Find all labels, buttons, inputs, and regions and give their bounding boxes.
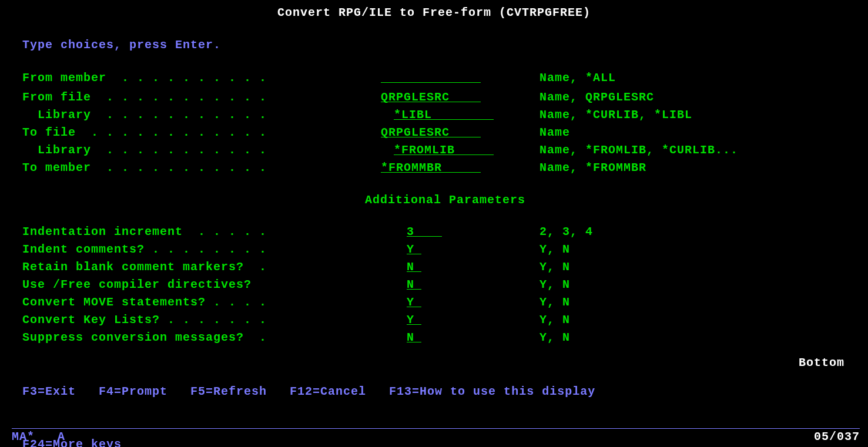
convert-move-label: Convert MOVE statements? . . . . <box>22 294 381 311</box>
indent-incr-label: Indentation increment . . . . . <box>22 223 381 241</box>
cursor-position: 05/037 <box>814 430 860 443</box>
convert-move-input[interactable]: Y <box>407 294 421 307</box>
convert-klist-label: Convert Key Lists? . . . . . . . <box>22 311 381 329</box>
use-free-label: Use /Free compiler directives? <box>22 276 381 294</box>
from-file-input[interactable]: QRPGLESRC <box>381 89 481 102</box>
to-member-input[interactable]: *FROMMBR <box>381 159 481 173</box>
indent-cmt-label: Indent comments? . . . . . . . . <box>22 241 381 258</box>
from-member-choices: Name, *ALL <box>539 69 868 89</box>
from-lib-choices: Name, *CURLIB, *LIBL <box>539 106 868 124</box>
status-indicator: MA* A <box>12 430 65 443</box>
from-lib-input[interactable]: *LIBL <box>394 106 494 120</box>
from-member-label: From member . . . . . . . . . . <box>22 69 381 89</box>
use-free-choices: Y, N <box>539 276 868 294</box>
from-file-choices: Name, QRPGLESRC <box>539 89 868 106</box>
indent-incr-choices: 2, 3, 4 <box>539 223 868 241</box>
retain-blank-label: Retain blank comment markers? . <box>22 258 381 276</box>
indent-cmt-choices: Y, N <box>539 241 868 258</box>
to-file-choices: Name <box>539 124 868 142</box>
convert-move-choices: Y, N <box>539 294 868 311</box>
function-keys-line1: F3=Exit F4=Prompt F5=Refresh F12=Cancel … <box>22 383 868 401</box>
from-member-input[interactable] <box>381 69 481 83</box>
suppress-msg-label: Suppress conversion messages? . <box>22 329 381 347</box>
use-free-input[interactable]: N <box>407 276 421 290</box>
indent-incr-input[interactable]: 3 <box>407 223 442 237</box>
suppress-msg-choices: Y, N <box>539 329 868 347</box>
suppress-msg-input[interactable]: N <box>407 329 421 342</box>
indent-cmt-input[interactable]: Y <box>407 241 421 254</box>
to-file-input[interactable]: QRPGLESRC <box>381 124 481 137</box>
to-member-choices: Name, *FROMMBR <box>539 159 868 177</box>
to-member-label: To member . . . . . . . . . . . <box>22 159 381 177</box>
convert-klist-input[interactable]: Y <box>407 311 421 325</box>
to-lib-label: Library . . . . . . . . . . . <box>22 142 381 159</box>
to-lib-choices: Name, *FROMLIB, *CURLIB... <box>539 142 868 159</box>
page-title: Convert RPG/ILE to Free-form (CVTRPGFREE… <box>0 0 868 19</box>
scroll-position-indicator: Bottom <box>799 356 844 369</box>
from-file-label: From file . . . . . . . . . . . <box>22 89 381 106</box>
to-lib-input[interactable]: *FROMLIB <box>394 142 494 155</box>
to-file-label: To file . . . . . . . . . . . . <box>22 124 381 142</box>
additional-params-header: Additional Parameters <box>22 193 868 207</box>
retain-blank-input[interactable]: N <box>407 258 421 272</box>
instruction-text: Type choices, press Enter. <box>22 38 868 52</box>
from-lib-label: Library . . . . . . . . . . . <box>22 106 381 124</box>
retain-blank-choices: Y, N <box>539 258 868 276</box>
convert-klist-choices: Y, N <box>539 311 868 329</box>
